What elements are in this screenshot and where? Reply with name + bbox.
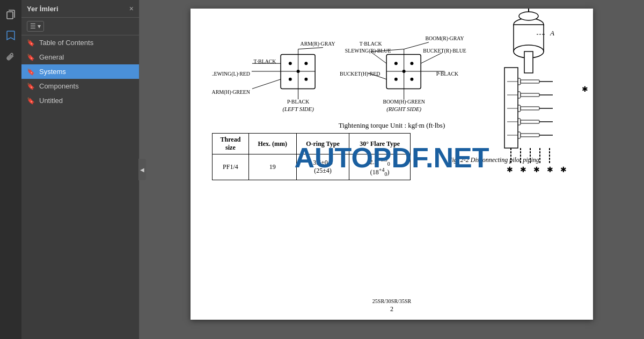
svg-rect-58 [521,93,539,97]
attachment-icon[interactable] [1,47,20,67]
col-hex: Hex. (mm) [248,134,296,154]
svg-text:(LEFT SIDE): (LEFT SIDE) [282,106,314,113]
bookmark-icon-untitled: 🔖 [27,97,35,105]
svg-rect-67 [521,134,539,137]
svg-point-7 [289,78,292,81]
sidebar-item-general[interactable]: 🔖 General [21,50,139,64]
svg-point-12 [402,70,406,73]
svg-text:✱: ✱ [560,165,567,174]
sidebar-toolbar: ☰ ▾ [21,18,139,35]
sidebar-item-label-components: Components [39,82,79,90]
right-component-diagram: A [467,9,590,239]
sidebar-item-label-untitled: Untitled [39,97,63,105]
svg-text:ARM(R)·GRAY: ARM(R)·GRAY [301,41,335,47]
svg-point-16 [410,78,413,81]
cell-thread: PF1/4 [213,154,249,180]
svg-point-15 [394,78,398,81]
svg-text:BUCKET(H)·RED: BUCKET(H)·RED [340,71,380,77]
svg-rect-0 [7,12,13,19]
svg-rect-61 [521,107,539,110]
sidebar-title: Yer İmleri [27,5,58,13]
svg-line-32 [298,48,323,49]
col-flare: 30° Flare Type [349,134,411,154]
bookmark-icon-toc: 🔖 [27,39,35,47]
svg-point-6 [304,62,308,65]
svg-rect-75 [504,68,518,148]
col-oring: O-ring Type [296,134,349,154]
model-number: 25SR/30SR/35SR [191,298,593,304]
svg-text:(RIGHT SIDE): (RIGHT SIDE) [386,106,421,113]
component-svg: A [467,9,590,239]
sidebar-item-label-toc: Table of Contents [39,39,93,47]
svg-point-14 [410,62,413,65]
svg-point-49 [519,12,538,20]
svg-point-5 [289,62,292,65]
bookmark-icon-general: 🔖 [27,54,35,61]
dropdown-arrow: ▾ [38,23,41,30]
copy-icon[interactable] [1,4,20,24]
col-thread: Threadsize [213,134,249,154]
sidebar-item-label-systems: Systems [39,68,66,76]
cell-oring: 3.5±0.5(25±4) [296,154,349,180]
torque-table: Threadsize Hex. (mm) O-ring Type 30° Fla… [212,133,411,180]
svg-rect-48 [524,51,533,73]
svg-text:T·BLACK: T·BLACK [360,41,383,47]
cell-flare: 2.5+0.50(18+40) [349,154,411,180]
page-number: 2 [191,305,593,313]
main-content: AUTOPDF.NET [140,0,644,339]
svg-text:SLEWING(R)·BLUE: SLEWING(R)·BLUE [345,48,391,54]
svg-point-13 [394,62,398,65]
svg-text:✱: ✱ [533,165,540,174]
svg-text:✱: ✱ [582,85,588,93]
bookmark-icon-components: 🔖 [27,83,35,90]
svg-text:✱: ✱ [547,165,553,174]
sidebar: Yer İmleri × ☰ ▾ 🔖 Table of Contents 🔖 G… [21,0,140,339]
svg-text:✱: ✱ [507,165,513,174]
figure-caption: Fig. 2-2 Disconnecting pilot piping [419,156,569,164]
bookmark-panel-icon[interactable] [1,26,20,45]
svg-rect-64 [521,120,539,123]
svg-line-41 [421,53,442,63]
left-toolbar [0,0,21,339]
sidebar-item-toc[interactable]: 🔖 Table of Contents [21,35,139,50]
menu-icon: ☰ [30,23,36,30]
svg-text:P·BLACK: P·BLACK [287,99,310,105]
svg-text:ARM(H)·GREEN: ARM(H)·GREEN [212,89,250,95]
svg-text:BOOM(H)·GREEN: BOOM(H)·GREEN [383,99,425,105]
sidebar-item-components[interactable]: 🔖 Components [21,79,139,93]
svg-text:SLEWING(L)·RED: SLEWING(L)·RED [212,71,250,77]
bookmark-icon-systems: 🔖 [27,68,35,76]
sidebar-item-label-general: General [39,53,64,61]
document-page: AUTOPDF.NET [191,9,593,320]
svg-point-4 [297,70,300,73]
sidebar-item-systems[interactable]: 🔖 Systems [21,64,139,79]
page-footer: 25SR/30SR/35SR 2 [191,298,593,313]
sidebar-item-untitled[interactable]: 🔖 Untitled [21,93,139,108]
svg-text:BUCKET(R)·BLUE: BUCKET(R)·BLUE [423,48,466,54]
cell-hex: 19 [248,154,296,180]
sidebar-header: Yer İmleri × [21,0,139,18]
sidebar-items-list: 🔖 Table of Contents 🔖 General 🔖 Systems … [21,35,139,339]
sidebar-menu-button[interactable]: ☰ ▾ [27,21,44,32]
svg-text:✱: ✱ [520,165,526,174]
sidebar-close-button[interactable]: × [129,4,134,13]
svg-text:BOOM(R)·GRAY: BOOM(R)·GRAY [425,35,464,42]
svg-rect-55 [521,80,539,83]
svg-line-36 [252,79,281,89]
svg-text:P·BLACK: P·BLACK [436,71,459,77]
svg-text:A: A [550,29,554,37]
svg-point-8 [304,78,308,81]
table-row: PF1/4 19 3.5±0.5(25±4) 2.5+0.50(18+40) [213,154,411,180]
sidebar-collapse-button[interactable]: ◀ [138,159,146,180]
